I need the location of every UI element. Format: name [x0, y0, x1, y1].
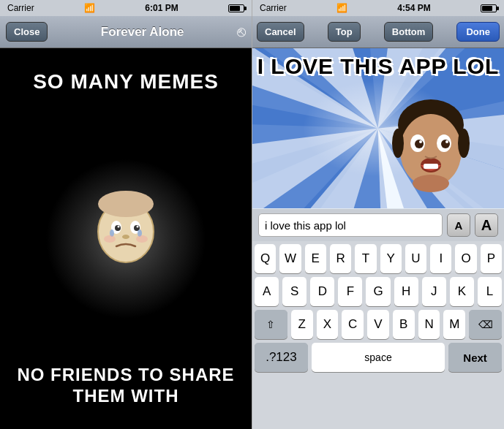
keyboard-row-bottom: .?123 space Next [255, 343, 502, 372]
close-button[interactable]: Close [6, 22, 48, 42]
keyboard-row-2: A S D F G H J K L [255, 277, 502, 306]
svg-point-39 [441, 140, 450, 148]
svg-point-44 [392, 129, 404, 158]
done-button[interactable]: Done [456, 22, 500, 42]
key-x[interactable]: X [317, 310, 339, 339]
key-f[interactable]: F [338, 277, 362, 306]
carrier-right: Carrier [260, 3, 287, 13]
next-key[interactable]: Next [448, 343, 502, 372]
status-bar-left: Carrier 📶 6:01 PM [0, 0, 252, 16]
key-y[interactable]: Y [380, 244, 402, 273]
key-g[interactable]: G [366, 277, 390, 306]
key-s[interactable]: S [282, 277, 306, 306]
right-phone: Carrier 📶 4:54 PM Cancel Top Bottom Done [252, 0, 504, 429]
svg-point-38 [415, 140, 424, 148]
meme-top-text-left: SO MANY MEMES [33, 70, 219, 94]
share-icon[interactable]: ⎋ [237, 23, 246, 40]
nav-bar-left: Close Forever Alone ⎋ [0, 16, 252, 48]
key-i[interactable]: I [430, 244, 451, 273]
time-right: 4:54 PM [397, 3, 430, 13]
key-r[interactable]: R [330, 244, 351, 273]
meme-text-input[interactable] [258, 213, 443, 237]
key-d[interactable]: D [310, 277, 334, 306]
nav-title-left: Forever Alone [101, 25, 184, 39]
svg-point-45 [458, 129, 470, 158]
key-e[interactable]: E [305, 244, 326, 273]
font-large-button[interactable]: A [475, 213, 498, 237]
symbols-key[interactable]: .?123 [255, 343, 308, 372]
wifi-icon-left: 📶 [84, 3, 95, 13]
svg-rect-43 [424, 164, 438, 169]
bottom-button[interactable]: Bottom [384, 22, 434, 42]
key-a[interactable]: A [255, 277, 279, 306]
time-left: 6:01 PM [145, 3, 178, 13]
key-z[interactable]: Z [291, 310, 313, 339]
svg-point-40 [419, 140, 422, 143]
key-o[interactable]: O [455, 244, 476, 273]
wifi-icon-right: 📶 [336, 3, 347, 13]
svg-point-6 [118, 225, 120, 227]
carrier-left: Carrier [7, 3, 34, 13]
svg-point-46 [413, 175, 449, 192]
key-h[interactable]: H [394, 277, 418, 306]
key-l[interactable]: L [478, 277, 502, 306]
keyboard: Q W E R T Y U I O P A S D F G H J K L ⇧ … [252, 241, 504, 429]
svg-point-7 [137, 225, 139, 227]
meme-image-area: I LOVE THIS APP LOL [252, 48, 504, 209]
key-t[interactable]: T [355, 244, 376, 273]
font-small-button[interactable]: A [447, 213, 470, 237]
meme-top-text-right: I LOVE THIS APP LOL [252, 54, 504, 79]
svg-point-8 [122, 235, 129, 239]
key-b[interactable]: B [393, 310, 415, 339]
key-v[interactable]: V [367, 310, 389, 339]
keyboard-row-1: Q W E R T Y U I O P [255, 244, 502, 273]
svg-point-11 [104, 235, 116, 243]
forever-alone-face [86, 189, 166, 270]
key-n[interactable]: N [418, 310, 440, 339]
meme-bottom-text-left: NO FRIENDS TO SHARE THEM WITH [15, 365, 237, 407]
meme-content-left: SO MANY MEMES NO FRIENDS TO SHARE [0, 48, 252, 429]
battery-right [481, 3, 497, 13]
svg-point-41 [445, 140, 448, 143]
space-key[interactable]: space [312, 343, 445, 372]
keyboard-row-3: ⇧ Z X C V B N M ⌫ [255, 310, 502, 339]
text-input-row: A A [252, 209, 504, 241]
key-c[interactable]: C [342, 310, 364, 339]
cancel-button[interactable]: Cancel [257, 22, 304, 42]
status-bar-right: Carrier 📶 4:54 PM [252, 0, 504, 16]
battery-left [228, 3, 244, 13]
key-k[interactable]: K [450, 277, 474, 306]
key-m[interactable]: M [443, 310, 465, 339]
svg-point-1 [98, 191, 154, 217]
key-w[interactable]: W [279, 244, 301, 273]
shift-key[interactable]: ⇧ [255, 310, 287, 339]
key-q[interactable]: Q [255, 244, 276, 273]
nav-bar-right: Cancel Top Bottom Done [252, 16, 504, 48]
key-u[interactable]: U [405, 244, 426, 273]
success-kid-face [380, 92, 482, 209]
top-button[interactable]: Top [328, 22, 361, 42]
left-phone: Carrier 📶 6:01 PM Close Forever Alone ⎋ … [0, 0, 252, 429]
key-p[interactable]: P [481, 244, 502, 273]
svg-point-12 [136, 235, 148, 243]
key-j[interactable]: J [422, 277, 446, 306]
delete-key[interactable]: ⌫ [469, 310, 502, 339]
